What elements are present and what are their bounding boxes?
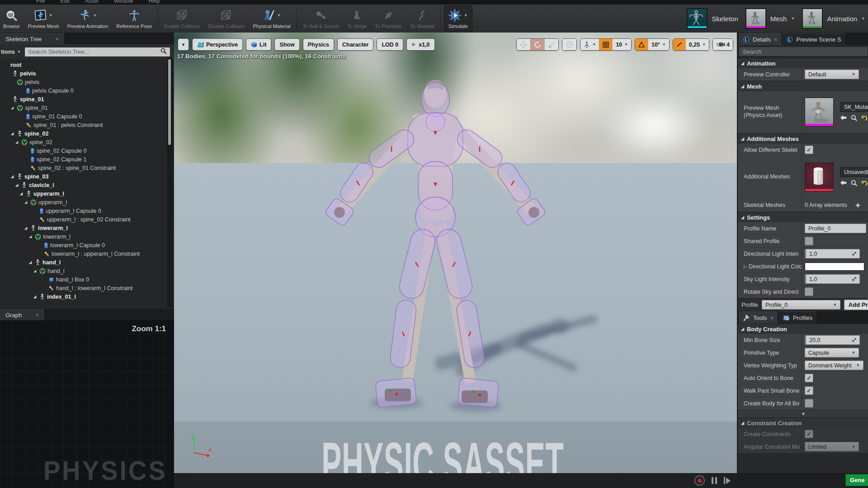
tree-item-lowerarm-l[interactable]: ◢lowerarm_l [0,224,168,232]
tree-item-pelvis[interactable]: pelvis [0,69,168,78]
expand-arrow-icon[interactable]: ◢ [29,235,33,239]
tree-item-hand-l[interactable]: ◢hand_l [0,267,168,275]
section-expander[interactable]: ▼ [738,410,868,418]
asset-thumbnail-additional-meshes[interactable] [805,163,834,192]
options-button[interactable]: tions ▼ [0,48,22,55]
tree-item-spine-02[interactable]: ◢spine_02 [0,129,168,138]
expand-arrow-icon[interactable]: ◢ [24,226,28,230]
rotation-snap-size[interactable]: 10°▼ [648,39,669,50]
close-icon[interactable]: × [35,312,39,319]
dropdown-vertex-weighting-typ[interactable]: Dominant Weight▼ [805,361,863,370]
asset-tab-mesh[interactable]: Mesh▼ [745,8,795,29]
checkbox-rotate-sky-and-direct[interactable] [805,287,813,296]
asset-tab-animation[interactable]: Animation▼ [802,8,865,29]
expand-arrow-icon[interactable]: ◢ [29,260,33,264]
tree-item-lowerarm-l[interactable]: ◢lowerarm_l [0,232,168,241]
close-icon[interactable]: × [774,36,778,43]
tree-item-lowerarm-l-upperarm-l-constraint[interactable]: lowerarm_l : upperarm_l Constraint [0,249,168,258]
dropdown-preview-controller[interactable]: Default▼ [805,70,859,79]
tree-item-spine-03[interactable]: ◢spine_03 [0,172,168,181]
section-header-additional-meshes[interactable]: ◢Additional Meshes [738,133,868,144]
asset-select-preview-mesh-physics-asset[interactable]: SK_Mutant [840,102,868,112]
tree-item-upperarm-l[interactable]: ◢upperarm_l [0,198,168,206]
profile-select[interactable]: Profile_0 ▼ [762,300,840,310]
tree-item-pelvis[interactable]: pelvis [0,78,168,86]
viewport-options-button[interactable]: ▼ [178,38,189,51]
tree-item-lowerarm-l-capsule-0[interactable]: lowerarm_l Capsule 0 [0,241,168,249]
toolbar-button-to-prismatic[interactable]: To Prismatic [371,5,406,32]
expand-arrow-icon[interactable]: ◢ [20,192,24,196]
tree-item-spine-01[interactable]: ◢spine_01 [0,103,168,112]
scale-snap-size[interactable]: 0,25▼ [685,39,709,50]
checkbox-shared-profile[interactable] [805,237,813,245]
viewport-button-lod-0[interactable]: LOD 0 [377,38,403,51]
character-model[interactable] [174,33,737,488]
rotate-mode-button[interactable] [530,39,544,50]
toolbar-button-to-hinge[interactable]: To Hinge [343,5,371,32]
chevron-down-icon[interactable]: ▼ [277,13,281,18]
tree-item-spine-01-capsule-0[interactable]: spine_01 Capsule 0 [0,112,168,121]
viewport-button-x1-0[interactable]: x1,0 [406,38,434,51]
chevron-down-icon[interactable]: ▼ [861,16,865,21]
tree-item-hand-l-box-0[interactable]: hand_l Box 0 [0,275,168,284]
toolbar-button-disable-collision[interactable]: Disable Collision [204,5,249,32]
tree-item-spine-02-capsule-1[interactable]: spine_02 Capsule 1 [0,155,168,164]
skeleton-tree-search-input[interactable]: Search Skeleton Tree... [24,47,170,57]
skeleton-tree-scrollbar[interactable] [167,58,173,307]
chevron-down-icon[interactable]: ▼ [49,13,53,18]
record-button[interactable] [694,475,705,486]
tree-item-hand-l-lowerarm-l-constraint[interactable]: hand_l : lowerarm_l Constraint [0,284,168,292]
menu-item-window[interactable]: Window [114,0,133,2]
chevron-down-icon[interactable]: ▼ [93,13,97,18]
scale-mode-button[interactable] [544,39,558,50]
tree-item-spine-01[interactable]: spine_01 [0,95,168,103]
chevron-down-icon[interactable]: ▼ [623,42,628,47]
toolbar-button-preview-animation[interactable]: ▼Preview Animation [63,5,113,32]
expand-arrow-icon[interactable]: ◢ [11,106,15,110]
checkbox-create-body-for-all-bo[interactable] [805,399,813,408]
tree-item-upperarm-l[interactable]: ◢upperarm_l [0,189,168,198]
chevron-down-icon[interactable]: ▼ [661,42,666,47]
tab-tools[interactable]: Tools× [739,311,778,324]
use-selected-button[interactable] [840,180,847,187]
rotation-snap-toggle[interactable] [635,39,648,50]
translate-mode-button[interactable] [517,39,530,50]
asset-thumbnail-preview-mesh-physics-asset[interactable] [805,98,834,127]
asset-select-additional-meshes[interactable]: UnsavedCo [840,167,868,177]
viewport-button-lit[interactable]: Lit [246,38,271,51]
graph-canvas[interactable]: Zoom 1:1 PHYSICS [0,320,174,488]
tab-details[interactable]: Details× [739,33,781,45]
chevron-down-icon[interactable]: ▼ [791,16,795,21]
expand-arrow-icon[interactable]: ◢ [15,183,19,187]
spinner-min-bone-size[interactable]: 20,0 [805,335,860,345]
details-search-input[interactable]: Search [739,47,868,56]
section-header-constraint-creation[interactable]: ◢Constraint Creation [738,418,868,428]
grid-snap-toggle[interactable] [599,39,612,50]
add-profile-button[interactable]: Add Profile [844,300,868,310]
reset-to-default-button[interactable] [861,180,868,187]
tree-item-hand-l[interactable]: ◢hand_l [0,258,168,267]
tree-item-spine-01-pelvis-constraint[interactable]: spine_01 : pelvis Constraint [0,121,168,129]
close-icon[interactable]: × [770,314,774,321]
dropdown-angular-constraint-mo[interactable]: Limited▼ [805,442,859,451]
spinner-sky-light-intensity[interactable]: 1,0 [805,274,860,284]
expand-arrow-icon[interactable]: ▷ [744,264,747,269]
menu-item-edit[interactable]: Edit [60,0,70,2]
tree-item-upperarm-l-capsule-0[interactable]: upperarm_l Capsule 0 [0,206,168,215]
toolbar-button-to-ball-socket[interactable]: To Ball & Socket [299,5,343,32]
section-header-settings[interactable]: ◢Settings [738,212,868,222]
scale-snap-toggle[interactable] [673,39,685,50]
camera-speed-button[interactable]: 4 [713,39,733,50]
menu-item-file[interactable]: File [36,0,45,2]
step-forward-button[interactable] [724,477,731,484]
expand-arrow-icon[interactable]: ◢ [15,140,19,144]
asset-tab-skeleton[interactable]: Skeleton [687,8,738,29]
pause-button[interactable] [712,477,717,484]
viewport-3d[interactable]: ▼PerspectiveLitShowPhysicsCharacterLOD 0… [174,33,737,488]
expand-arrow-icon[interactable]: ◢ [33,295,38,299]
expand-arrow-icon[interactable]: ◢ [11,131,15,136]
toolbar-button-preview-mesh[interactable]: ▼Preview Mesh [24,5,63,32]
tab-skeleton-tree[interactable]: Skeleton Tree × [0,33,64,44]
add-element-icon[interactable]: ＋ [854,200,862,210]
expand-arrow-icon[interactable]: ◢ [33,269,38,273]
